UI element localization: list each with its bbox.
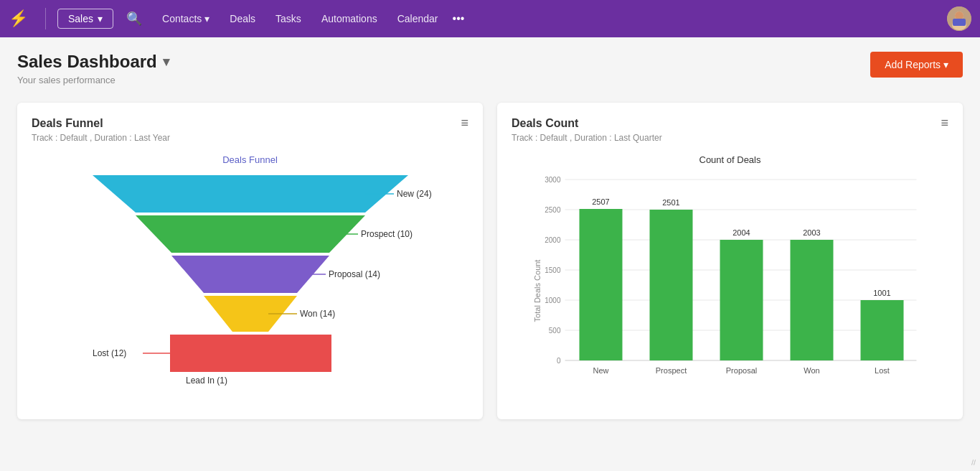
bar-chart-title: Count of Deals: [512, 154, 948, 165]
funnel-label-won: Won (14): [300, 309, 335, 319]
search-icon[interactable]: 🔍: [126, 11, 142, 27]
sales-dropdown[interactable]: Sales ▾: [57, 9, 113, 29]
nav-tasks[interactable]: Tasks: [267, 9, 310, 29]
funnel-card-header: ≡ Deals Funnel Track : Default , Duratio…: [32, 117, 468, 143]
y-axis-label: Total Deals Count: [533, 260, 542, 322]
funnel-menu-icon[interactable]: ≡: [461, 116, 468, 131]
bar-label-won: Won: [804, 366, 819, 375]
add-reports-label: Add Reports ▾: [885, 59, 948, 70]
funnel-label-lost: Lost (12): [93, 348, 126, 358]
nav-more[interactable]: •••: [453, 12, 465, 25]
nav-links: Contacts ▾ Deals Tasks Automations Calen…: [154, 9, 464, 29]
tasks-label: Tasks: [275, 13, 301, 24]
svg-rect-4: [953, 19, 966, 26]
ytick-0: 0: [557, 357, 561, 365]
bar-chart-card: ≡ Deals Count Track : Default , Duration…: [497, 103, 963, 419]
nav-deals[interactable]: Deals: [221, 9, 264, 29]
funnel-label-leadin: Lead In (1): [186, 376, 227, 386]
bar-label-won-val: 2003: [803, 228, 820, 237]
main-content: Sales Dashboard ▾ Your sales performance…: [0, 37, 980, 434]
bar-label-lost: Lost: [875, 366, 890, 375]
cards-row: ≡ Deals Funnel Track : Default , Duratio…: [17, 103, 963, 419]
app-logo: ⚡: [9, 9, 28, 28]
funnel-stage-new: [93, 175, 408, 213]
page-title: Sales Dashboard ▾: [17, 52, 169, 72]
bar-lost: [861, 300, 904, 360]
bar-menu-icon[interactable]: ≡: [941, 116, 948, 131]
contacts-arrow: ▾: [204, 13, 209, 24]
bar-label-new-val: 2507: [592, 197, 609, 206]
nav-divider: [45, 8, 46, 29]
bar-label-proposal: Proposal: [726, 366, 757, 375]
bar-won: [791, 240, 834, 360]
bar-prospect: [650, 210, 693, 360]
title-text: Sales Dashboard: [17, 52, 157, 72]
funnel-card-title: Deals Funnel: [32, 117, 468, 130]
page-subtitle: Your sales performance: [17, 75, 169, 85]
funnel-label-proposal: Proposal (14): [329, 269, 380, 279]
nav-contacts[interactable]: Contacts ▾: [154, 9, 218, 29]
funnel-card-subtitle: Track : Default , Duration : Last Year: [32, 133, 468, 143]
ytick-2000: 2000: [545, 236, 561, 244]
title-arrow[interactable]: ▾: [163, 54, 169, 70]
automations-label: Automations: [321, 13, 377, 24]
deals-label: Deals: [230, 13, 255, 24]
funnel-chart-title: Deals Funnel: [32, 154, 468, 165]
bar-card-title: Deals Count: [512, 117, 948, 130]
funnel-card: ≡ Deals Funnel Track : Default , Duratio…: [17, 103, 483, 419]
bar-new: [580, 209, 623, 360]
ytick-1000: 1000: [545, 297, 561, 304]
bar-chart: Total Deals Count 3000 2500 2000 1500: [512, 172, 948, 398]
ytick-1500: 1500: [545, 266, 561, 274]
dropdown-arrow: ▾: [98, 13, 103, 24]
bar-label-prospect-val: 2501: [662, 198, 679, 207]
bar-label-new: New: [593, 366, 608, 375]
page-header: Sales Dashboard ▾ Your sales performance…: [17, 52, 963, 85]
bar-label-proposal-val: 2004: [732, 228, 750, 237]
avatar[interactable]: [947, 6, 971, 31]
funnel-label-prospect: Prospect (10): [361, 229, 413, 239]
dropdown-label: Sales: [68, 13, 93, 24]
top-navigation: ⚡ Sales ▾ 🔍 Contacts ▾ Deals Tasks Autom…: [0, 0, 980, 37]
funnel-stage-lost: [170, 335, 331, 372]
contacts-label: Contacts: [162, 13, 202, 24]
ytick-3000: 3000: [545, 176, 561, 184]
add-reports-button[interactable]: Add Reports ▾: [870, 52, 963, 78]
ytick-500: 500: [549, 327, 561, 335]
funnel-chart: New (24) Prospect (10) Proposal (14) Won…: [32, 175, 468, 405]
funnel-label-new: New (24): [397, 189, 432, 199]
bar-label-lost-val: 1001: [873, 289, 890, 297]
nav-automations[interactable]: Automations: [313, 9, 386, 29]
page-title-area: Sales Dashboard ▾ Your sales performance: [17, 52, 169, 85]
calendar-label: Calendar: [397, 13, 438, 24]
bar-label-prospect: Prospect: [656, 366, 687, 375]
ytick-2500: 2500: [545, 206, 561, 214]
nav-calendar[interactable]: Calendar: [389, 9, 447, 29]
bar-card-subtitle: Track : Default , Duration : Last Quarte…: [512, 133, 948, 143]
bar-card-header: ≡ Deals Count Track : Default , Duration…: [512, 117, 948, 143]
bar-proposal: [720, 240, 763, 360]
